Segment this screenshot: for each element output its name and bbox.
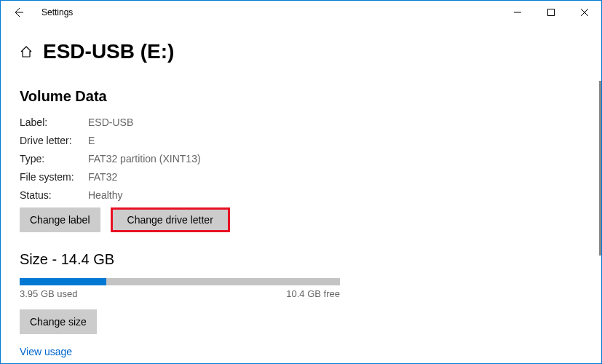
size-heading: Size - 14.4 GB <box>20 251 601 268</box>
storage-progress-bar <box>20 278 340 285</box>
minimize-button[interactable] <box>501 1 534 24</box>
volume-button-row: Change label Change drive letter <box>20 207 601 232</box>
type-value: FAT32 partition (XINT13) <box>88 153 201 165</box>
arrow-left-icon <box>12 7 24 18</box>
maximize-icon <box>547 9 555 16</box>
label-row: Label: ESD-USB <box>20 116 601 128</box>
scrollbar[interactable] <box>599 81 601 256</box>
type-key: Type: <box>20 153 88 165</box>
filesystem-key: File system: <box>20 171 88 183</box>
used-text: 3.95 GB used <box>20 288 78 299</box>
label-value: ESD-USB <box>88 116 133 128</box>
free-text: 10.4 GB free <box>286 288 340 299</box>
usage-labels: 3.95 GB used 10.4 GB free <box>20 288 340 299</box>
titlebar: Settings <box>1 1 601 24</box>
filesystem-row: File system: FAT32 <box>20 171 601 183</box>
drive-letter-value: E <box>88 135 95 146</box>
volume-data-heading: Volume Data <box>20 88 601 105</box>
status-row: Status: Healthy <box>20 189 601 201</box>
size-section: Size - 14.4 GB 3.95 GB used 10.4 GB free… <box>20 251 601 357</box>
storage-progress-fill <box>20 278 106 285</box>
maximize-button[interactable] <box>534 1 568 24</box>
content-area: ESD-USB (E:) Volume Data Label: ESD-USB … <box>1 24 601 357</box>
change-size-button[interactable]: Change size <box>20 309 97 334</box>
drive-letter-key: Drive letter: <box>20 135 88 146</box>
window-controls <box>501 1 601 24</box>
minimize-icon <box>514 9 521 16</box>
page-title: ESD-USB (E:) <box>43 40 174 63</box>
view-usage-link[interactable]: View usage <box>20 346 601 357</box>
page-header: ESD-USB (E:) <box>20 40 601 63</box>
close-button[interactable] <box>568 1 601 24</box>
back-button[interactable] <box>8 2 28 23</box>
drive-letter-row: Drive letter: E <box>20 135 601 146</box>
svg-rect-1 <box>548 9 555 16</box>
volume-data-table: Label: ESD-USB Drive letter: E Type: FAT… <box>20 116 601 201</box>
label-key: Label: <box>20 116 88 128</box>
filesystem-value: FAT32 <box>88 171 117 183</box>
window-title: Settings <box>41 7 73 17</box>
close-icon <box>581 9 588 16</box>
status-value: Healthy <box>88 189 122 201</box>
change-drive-letter-button[interactable]: Change drive letter <box>111 207 230 232</box>
status-key: Status: <box>20 189 88 201</box>
home-icon[interactable] <box>20 45 33 62</box>
change-label-button[interactable]: Change label <box>20 207 100 232</box>
type-row: Type: FAT32 partition (XINT13) <box>20 153 601 165</box>
